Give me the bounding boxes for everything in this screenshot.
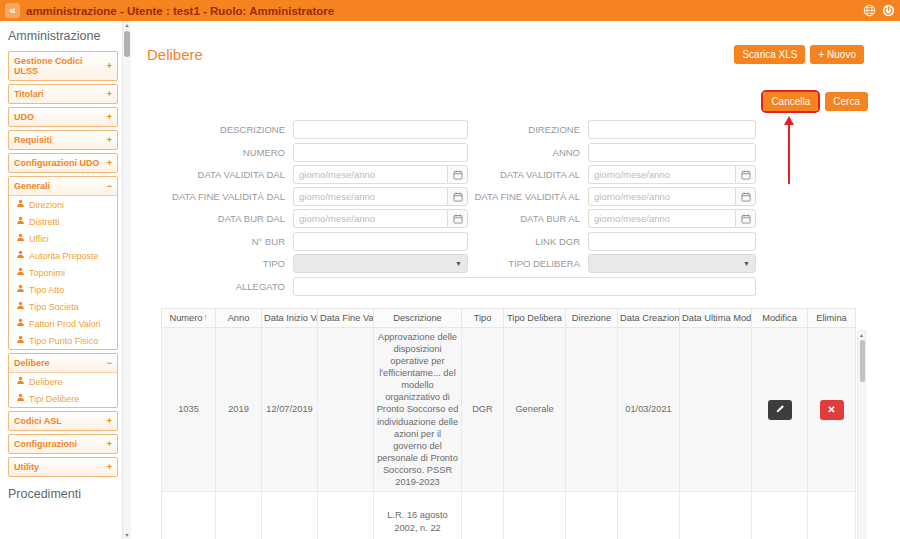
sidebar-item-generali[interactable]: Generali −	[9, 177, 117, 196]
column-header-anno[interactable]: Anno	[216, 309, 262, 328]
annotation-highlight: Cancella	[761, 90, 820, 113]
cell-data-fine	[318, 492, 374, 539]
data-bur-dal-input[interactable]	[293, 209, 447, 228]
field-label: TIPO	[161, 258, 289, 269]
cell-descrizione: L.R. 16 agosto 2002, n. 22	[374, 492, 462, 539]
sidebar-item-fattori-prod-valori[interactable]: Fattori Prod Valori	[9, 315, 117, 332]
sidebar-item-autorita-preposte[interactable]: Autorita Preposte	[9, 247, 117, 264]
sidebar-item-direzioni[interactable]: Direzioni	[9, 196, 117, 213]
plus-icon: +	[107, 462, 112, 472]
field-label: LINK DGR	[472, 236, 584, 247]
field-label: DIREZIONE	[472, 124, 584, 135]
table-row: 1035 2019 12/07/2019 Approvazione delle …	[162, 328, 856, 492]
column-header-data-inizio[interactable]: Data Inizio Va...	[262, 309, 318, 328]
sidebar-item-tipo-punto-fisico[interactable]: Tipo Punto Fisico	[9, 332, 117, 349]
column-header-data-fine[interactable]: Data Fine Vali...	[318, 309, 374, 328]
sidebar-item-uffici[interactable]: Uffici	[9, 230, 117, 247]
sidebar-item-udo[interactable]: UDO +	[8, 107, 118, 127]
column-header-data-ultima-modifica[interactable]: Data Ultima Mod...	[680, 309, 752, 328]
globe-icon[interactable]	[863, 4, 876, 17]
sidebar-item-configurazioni-udo[interactable]: Configurazioni UDO +	[8, 153, 118, 173]
minus-icon: −	[107, 181, 112, 191]
direzione-input[interactable]	[588, 120, 756, 139]
sidebar-item-tipi-delibere[interactable]: Tipi Delibere	[9, 390, 117, 407]
calendar-button[interactable]	[447, 187, 468, 206]
nav-sub-label: Tipo Societa	[29, 302, 79, 312]
sidebar-item-delibere-group[interactable]: Delibere −	[9, 354, 117, 373]
sidebar-item-gestione-codici-ulss[interactable]: Gestione Codici ULSS +	[8, 51, 118, 81]
delete-button[interactable]: ✕	[820, 400, 844, 420]
sidebar-item-toponimi[interactable]: Toponimi	[9, 264, 117, 281]
cell-tipo-delibera: Generale	[504, 328, 566, 492]
calendar-button[interactable]	[447, 165, 468, 184]
sidebar-item-procedimenti[interactable]: Procedimenti	[8, 487, 118, 501]
data-fine-validita-dal-input[interactable]	[293, 187, 447, 206]
collapse-sidebar-button[interactable]: «	[5, 3, 20, 18]
sidebar-item-requisiti[interactable]: Requisiti +	[8, 130, 118, 150]
column-header-tipo[interactable]: Tipo	[462, 309, 504, 328]
sidebar-item-configurazioni[interactable]: Configurazioni +	[8, 434, 118, 454]
link-dgr-input[interactable]	[588, 232, 756, 251]
cell-descrizione: Approvazione delle disposizioni operativ…	[374, 328, 462, 492]
calendar-button[interactable]	[735, 187, 756, 206]
cell-data-ultima-modifica	[680, 492, 752, 539]
calendar-button[interactable]	[447, 209, 468, 228]
scroll-up-icon[interactable]: ▴	[125, 22, 128, 28]
data-fine-validita-al-input[interactable]	[588, 187, 735, 206]
cell-numero	[162, 492, 216, 539]
allegato-input[interactable]	[293, 277, 756, 296]
page-title: Delibere	[147, 46, 203, 63]
numero-input[interactable]	[293, 143, 468, 162]
results-table: Numero↑ Anno Data Inizio Va... Data Fine…	[161, 308, 856, 539]
sidebar-item-titolari[interactable]: Titolari +	[8, 84, 118, 104]
tipo-select[interactable]: ▼	[293, 254, 468, 273]
calendar-button[interactable]	[735, 165, 756, 184]
cell-data-fine	[318, 328, 374, 492]
plus-icon: +	[107, 135, 112, 145]
person-icon	[16, 393, 25, 404]
sidebar-item-tipo-societa[interactable]: Tipo Societa	[9, 298, 117, 315]
tipo-delibera-select[interactable]: ▼	[588, 254, 756, 273]
chevron-down-icon: ▼	[455, 260, 462, 267]
person-icon	[16, 267, 25, 278]
sidebar-item-codici-asl[interactable]: Codici ASL +	[8, 411, 118, 431]
anno-input[interactable]	[588, 143, 756, 162]
column-header-data-creazione[interactable]: Data Creazione	[618, 309, 680, 328]
column-header-tipo-delibera[interactable]: Tipo Delibera	[504, 309, 566, 328]
sidebar-item-distretti[interactable]: Distretti	[9, 213, 117, 230]
nav-sub-label: Fattori Prod Valori	[29, 319, 101, 329]
calendar-button[interactable]	[735, 209, 756, 228]
table-scrollbar[interactable]: ▴	[857, 330, 866, 539]
n-bur-input[interactable]	[293, 232, 468, 251]
download-xls-button[interactable]: Scarica XLS	[734, 45, 805, 64]
scroll-up-icon[interactable]: ▴	[860, 332, 863, 338]
sidebar-item-delibere[interactable]: Delibere	[9, 373, 117, 390]
sidebar-item-utility[interactable]: Utility +	[8, 457, 118, 477]
nav-label: Generali	[14, 181, 50, 191]
data-validita-dal-input[interactable]	[293, 165, 447, 184]
column-header-descrizione[interactable]: Descrizione	[374, 309, 462, 328]
edit-button[interactable]	[768, 400, 792, 420]
column-header-direzione[interactable]: Direzione	[566, 309, 618, 328]
cell-data-ultima-modifica	[680, 328, 752, 492]
scrollbar-thumb[interactable]	[860, 340, 865, 382]
logout-power-icon[interactable]	[882, 4, 895, 17]
sidebar-item-tipo-atto[interactable]: Tipo Atto	[9, 281, 117, 298]
scroll-down-icon[interactable]: ▾	[125, 532, 128, 538]
cell-numero: 1035	[162, 328, 216, 492]
scrollbar-thumb[interactable]	[124, 31, 130, 57]
column-header-numero[interactable]: Numero↑	[162, 309, 216, 328]
descrizione-input[interactable]	[293, 120, 468, 139]
field-label: DATA FINE VALIDITÀ DAL	[161, 191, 289, 202]
new-button[interactable]: + Nuovo	[810, 45, 864, 64]
data-validita-al-input[interactable]	[588, 165, 735, 184]
cancella-button[interactable]: Cancella	[763, 92, 818, 111]
person-icon	[16, 376, 25, 387]
nav-sub-label: Toponimi	[29, 268, 65, 278]
sidebar-scrollbar[interactable]: ▴ ▾	[122, 21, 131, 539]
nav-sub-label: Tipo Punto Fisico	[29, 336, 98, 346]
data-bur-al-input[interactable]	[588, 209, 735, 228]
cerca-button[interactable]: Cerca	[825, 92, 868, 111]
column-header-modifica: Modifica	[752, 309, 808, 328]
field-label: DATA BUR AL	[472, 213, 584, 224]
